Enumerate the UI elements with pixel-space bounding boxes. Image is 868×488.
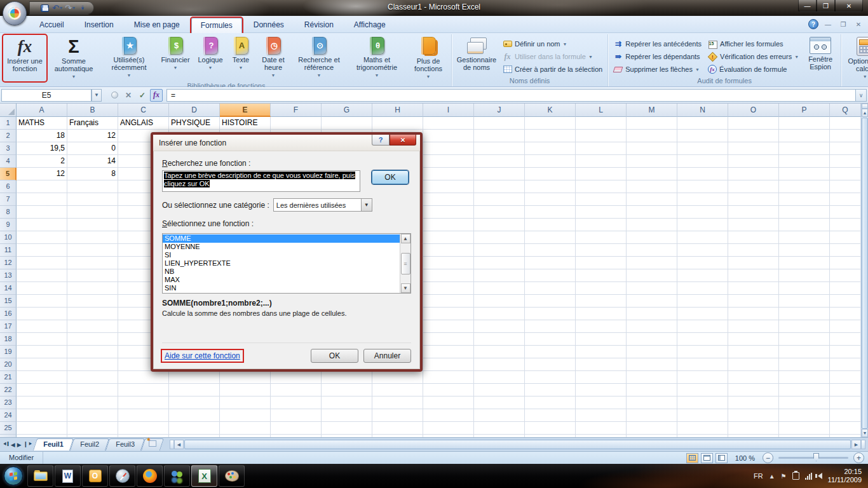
column-header-d[interactable]: D — [169, 104, 220, 117]
cell-i4[interactable] — [423, 155, 474, 168]
somme-automatique-button[interactable]: ΣSomme automatique▼ — [46, 35, 101, 81]
tab-mise-en-page[interactable]: Mise en page — [125, 18, 189, 33]
cell-m4[interactable] — [627, 155, 677, 168]
cell-j3[interactable] — [474, 142, 525, 155]
cell-c24[interactable] — [118, 409, 169, 422]
cell-o20[interactable] — [728, 358, 779, 371]
function-item-si[interactable]: SI — [163, 251, 400, 259]
select-all-corner[interactable] — [0, 104, 17, 117]
cell-o14[interactable] — [728, 282, 779, 295]
row-header-3[interactable]: 3 — [0, 142, 17, 155]
function-item-moyenne[interactable]: MOYENNE — [163, 243, 400, 251]
cell-p20[interactable] — [779, 358, 830, 371]
tab-donnees[interactable]: Données — [245, 18, 293, 33]
cell-a5[interactable]: 12 — [17, 168, 67, 180]
row-header-8[interactable]: 8 — [0, 206, 17, 219]
clock[interactable]: 20:15 11/11/2009 — [828, 468, 862, 484]
row-header-18[interactable]: 18 — [0, 333, 17, 346]
next-sheet-button[interactable]: ▶ — [17, 442, 22, 448]
cell-q15[interactable] — [830, 295, 861, 308]
cell-k16[interactable] — [525, 308, 576, 320]
watch-window-button[interactable]: Fenêtre Espion — [802, 35, 839, 76]
horizontal-scrollbar[interactable]: ◀ ▶ — [170, 439, 865, 450]
function-item-lien-hypertexte[interactable]: LIEN_HYPERTEXTE — [163, 259, 400, 268]
cell-b1[interactable]: Français — [67, 117, 118, 130]
cell-d21[interactable] — [169, 371, 220, 384]
column-header-f[interactable]: F — [271, 104, 322, 117]
cell-n24[interactable] — [677, 409, 728, 422]
cell-o1[interactable] — [728, 117, 779, 130]
zoom-slider-thumb[interactable] — [813, 453, 819, 461]
cell-n15[interactable] — [677, 295, 728, 308]
cell-b4[interactable]: 14 — [67, 155, 118, 168]
row-header-10[interactable]: 10 — [0, 231, 17, 244]
cell-a16[interactable] — [17, 308, 67, 320]
cell-h21[interactable] — [372, 371, 423, 384]
cell-n12[interactable] — [677, 257, 728, 269]
cell-j18[interactable] — [474, 333, 525, 346]
cell-j13[interactable] — [474, 269, 525, 282]
cell-d22[interactable] — [169, 384, 220, 396]
cell-i17[interactable] — [423, 320, 474, 333]
cell-o16[interactable] — [728, 308, 779, 320]
row-header-2[interactable]: 2 — [0, 130, 17, 142]
cell-b13[interactable] — [67, 269, 118, 282]
cell-g1[interactable] — [322, 117, 372, 130]
cell-p2[interactable] — [779, 130, 830, 142]
row-header-7[interactable]: 7 — [0, 193, 17, 206]
formula-input[interactable]: = — [166, 89, 855, 102]
cell-n8[interactable] — [677, 206, 728, 219]
cell-m22[interactable] — [627, 384, 677, 396]
cell-m18[interactable] — [627, 333, 677, 346]
cell-g21[interactable] — [322, 371, 372, 384]
cell-i2[interactable] — [423, 130, 474, 142]
cell-m25[interactable] — [627, 422, 677, 435]
previous-sheet-button[interactable]: ◀ — [11, 442, 15, 448]
cell-p14[interactable] — [779, 282, 830, 295]
reperer-les-antecedents-button[interactable]: ⇉Repérer les antécédents — [610, 37, 705, 50]
cell-i6[interactable] — [423, 180, 474, 193]
split-handle[interactable] — [170, 440, 174, 449]
cell-m6[interactable] — [627, 180, 677, 193]
cell-j9[interactable] — [474, 219, 525, 231]
cell-h25[interactable] — [372, 422, 423, 435]
verification-des-erreurs-button[interactable]: !Vérification des erreurs▼ — [705, 50, 802, 63]
cell-q17[interactable] — [830, 320, 861, 333]
utiliser-dans-la-formule-button[interactable]: fxUtiliser dans la formule▼ — [499, 50, 606, 63]
cell-j24[interactable] — [474, 409, 525, 422]
column-header-m[interactable]: M — [627, 104, 677, 117]
cell-i1[interactable] — [423, 117, 474, 130]
cell-c25[interactable] — [118, 422, 169, 435]
cell-i25[interactable] — [423, 422, 474, 435]
cell-k14[interactable] — [525, 282, 576, 295]
cell-i3[interactable] — [423, 142, 474, 155]
cell-l3[interactable] — [576, 142, 627, 155]
cell-o2[interactable] — [728, 130, 779, 142]
cell-n21[interactable] — [677, 371, 728, 384]
cell-o6[interactable] — [728, 180, 779, 193]
cell-g25[interactable] — [322, 422, 372, 435]
scroll-right-icon[interactable]: ▶ — [851, 440, 861, 449]
cell-q8[interactable] — [830, 206, 861, 219]
cell-k3[interactable] — [525, 142, 576, 155]
cell-q25[interactable] — [830, 422, 861, 435]
cell-i9[interactable] — [423, 219, 474, 231]
cell-n11[interactable] — [677, 244, 728, 257]
cell-p8[interactable] — [779, 206, 830, 219]
cell-k9[interactable] — [525, 219, 576, 231]
cell-k4[interactable] — [525, 155, 576, 168]
sheet-tab-feuil2[interactable]: Feuil2 — [70, 438, 109, 451]
cell-m14[interactable] — [627, 282, 677, 295]
function-item-max[interactable]: MAX — [163, 276, 400, 284]
cell-j8[interactable] — [474, 206, 525, 219]
last-sheet-button[interactable]: ❙⯈ — [24, 441, 33, 448]
cell-m15[interactable] — [627, 295, 677, 308]
cell-a18[interactable] — [17, 333, 67, 346]
cell-n17[interactable] — [677, 320, 728, 333]
cell-j2[interactable] — [474, 130, 525, 142]
workbook-restore-button[interactable]: ❐ — [837, 21, 849, 28]
cell-k10[interactable] — [525, 231, 576, 244]
row-header-17[interactable]: 17 — [0, 320, 17, 333]
cell-m12[interactable] — [627, 257, 677, 269]
cell-l8[interactable] — [576, 206, 627, 219]
